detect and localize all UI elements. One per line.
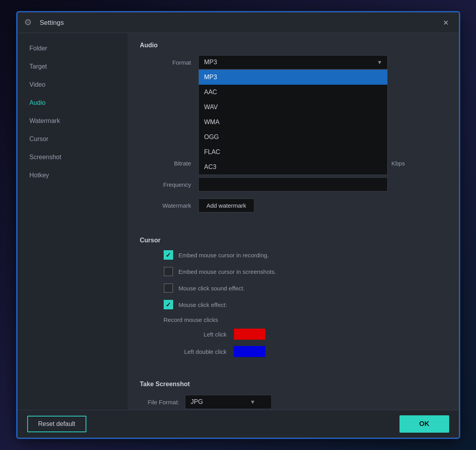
- file-format-value: JPG: [191, 398, 203, 405]
- file-format-arrow-icon: ▼: [250, 399, 256, 405]
- sidebar-item-cursor[interactable]: Cursor: [18, 130, 128, 148]
- settings-icon: ⚙: [24, 17, 35, 28]
- file-format-label: File Format:: [148, 399, 179, 405]
- sidebar: Folder Target Video Audio Watermark Curs…: [18, 33, 128, 410]
- titlebar: ⚙ Settings ✕: [18, 13, 459, 33]
- format-dropdown[interactable]: MP3 ▼: [198, 55, 388, 69]
- add-watermark-button[interactable]: Add watermark: [198, 199, 255, 212]
- format-option-aac[interactable]: AAC: [199, 85, 387, 100]
- window-title: Settings: [40, 19, 440, 27]
- content-area: Folder Target Video Audio Watermark Curs…: [18, 33, 459, 410]
- audio-section-title: Audio: [140, 42, 447, 49]
- footer: Reset default OK: [18, 410, 459, 437]
- bitrate-suffix: Kbps: [392, 160, 405, 167]
- checkbox-label-click-effect: Mouse click effect:: [179, 301, 227, 308]
- format-option-ogg[interactable]: OGG: [199, 130, 387, 145]
- left-click-color-swatch[interactable]: [234, 329, 265, 340]
- sidebar-item-watermark[interactable]: Watermark: [18, 112, 128, 130]
- close-button[interactable]: ✕: [440, 17, 452, 29]
- frequency-row: Frequency: [140, 177, 447, 192]
- checkbox-label-embed-recording: Embed mouse cursor in recording.: [179, 252, 269, 258]
- frequency-input[interactable]: [198, 177, 388, 192]
- left-double-click-row: Left double click: [140, 346, 447, 357]
- checkbox-row-click-effect: Mouse click effect:: [140, 300, 447, 309]
- main-content: Audio Format MP3 ▼ MP3 AAC WAV: [128, 33, 459, 410]
- sidebar-item-video[interactable]: Video: [18, 76, 128, 94]
- sidebar-item-target[interactable]: Target: [18, 58, 128, 76]
- file-format-row: File Format: JPG ▼: [140, 395, 447, 409]
- sidebar-item-audio[interactable]: Audio: [18, 94, 128, 112]
- dropdown-arrow-icon: ▼: [377, 59, 383, 65]
- checkbox-embed-recording[interactable]: [164, 250, 173, 260]
- format-value: MP3: [204, 59, 217, 66]
- format-option-wma[interactable]: WMA: [199, 115, 387, 130]
- record-mouse-label: Record mouse clicks: [140, 316, 447, 323]
- checkbox-label-embed-screenshot: Embed mouse cursor in screenshots.: [179, 268, 276, 275]
- format-dropdown-wrapper: MP3 ▼ MP3 AAC WAV WMA OGG FLAC AC3: [198, 55, 388, 69]
- checkbox-row-embed-screenshot: Embed mouse cursor in screenshots.: [140, 267, 447, 276]
- sidebar-item-folder[interactable]: Folder: [18, 39, 128, 58]
- checkbox-embed-screenshot[interactable]: [164, 267, 173, 276]
- checkbox-label-click-sound: Mouse click sound effect.: [179, 285, 245, 292]
- checkbox-click-effect[interactable]: [164, 300, 173, 309]
- screenshot-section-title: Take Screenshot: [140, 381, 447, 388]
- left-double-click-color-swatch[interactable]: [234, 346, 265, 357]
- reset-default-button[interactable]: Reset default: [27, 416, 86, 432]
- frequency-label: Frequency: [148, 181, 191, 188]
- checkbox-click-sound[interactable]: [164, 283, 173, 293]
- watermark-row: Watermark Add watermark: [140, 199, 447, 212]
- checkbox-row-embed-recording: Embed mouse cursor in recording.: [140, 250, 447, 260]
- ok-button[interactable]: OK: [399, 415, 449, 433]
- format-option-mp3[interactable]: MP3: [199, 70, 387, 85]
- format-label: Format: [148, 59, 191, 66]
- left-double-click-label: Left double click: [164, 348, 227, 355]
- format-dropdown-list: MP3 AAC WAV WMA OGG FLAC AC3: [198, 69, 388, 175]
- audio-section: Audio Format MP3 ▼ MP3 AAC WAV: [128, 33, 459, 228]
- cursor-section-title: Cursor: [140, 237, 447, 244]
- left-click-label: Left click: [164, 331, 227, 338]
- format-option-ac3[interactable]: AC3: [199, 160, 387, 175]
- format-row: Format MP3 ▼ MP3 AAC WAV WMA OGG: [140, 55, 447, 69]
- watermark-label: Watermark: [148, 202, 191, 209]
- file-format-dropdown[interactable]: JPG ▼: [185, 395, 272, 409]
- checkbox-row-click-sound: Mouse click sound effect.: [140, 283, 447, 293]
- settings-window: ⚙ Settings ✕ Folder Target Video Audio W…: [17, 12, 459, 438]
- screenshot-section: Take Screenshot File Format: JPG ▼: [128, 372, 459, 410]
- left-click-row: Left click: [140, 329, 447, 340]
- bitrate-label: Bitrate: [148, 160, 191, 167]
- sidebar-item-screenshot[interactable]: Screenshot: [18, 148, 128, 166]
- cursor-section: Cursor Embed mouse cursor in recording. …: [128, 228, 459, 372]
- format-option-wav[interactable]: WAV: [199, 100, 387, 115]
- sidebar-item-hotkey[interactable]: Hotkey: [18, 166, 128, 184]
- format-option-flac[interactable]: FLAC: [199, 145, 387, 160]
